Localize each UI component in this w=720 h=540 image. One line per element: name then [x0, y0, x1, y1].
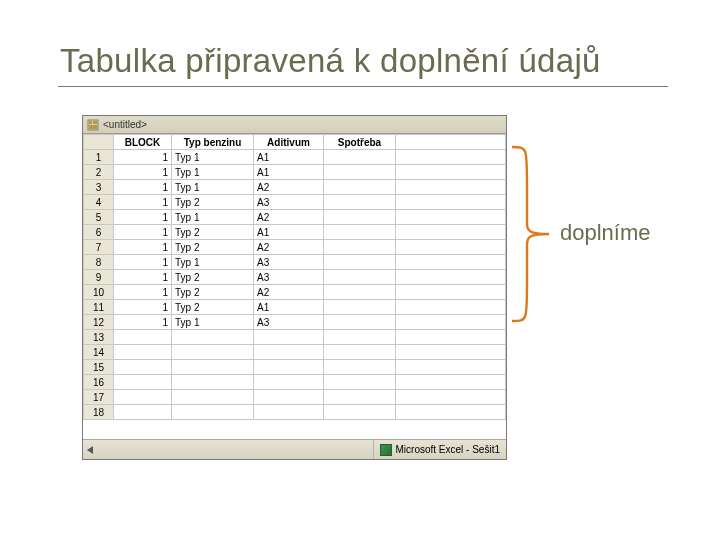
cell-aditivum[interactable]: A1	[254, 150, 324, 165]
cell-spotreba[interactable]	[324, 180, 396, 195]
cell-empty[interactable]	[396, 315, 506, 330]
cell-empty[interactable]	[396, 225, 506, 240]
row-header[interactable]: 4	[84, 195, 114, 210]
cell-typ-benzinu[interactable]	[172, 330, 254, 345]
cell-empty[interactable]	[396, 270, 506, 285]
cell-typ-benzinu[interactable]	[172, 375, 254, 390]
cell-block[interactable]: 1	[114, 225, 172, 240]
cell-aditivum[interactable]: A3	[254, 255, 324, 270]
cell-spotreba[interactable]	[324, 255, 396, 270]
cell-typ-benzinu[interactable]	[172, 345, 254, 360]
col-header-aditivum[interactable]: Aditivum	[254, 135, 324, 150]
cell-typ-benzinu[interactable]: Typ 1	[172, 255, 254, 270]
cell-block[interactable]: 1	[114, 270, 172, 285]
cell-empty[interactable]	[396, 405, 506, 420]
cell-block[interactable]: 1	[114, 210, 172, 225]
cell-empty[interactable]	[396, 240, 506, 255]
cell-typ-benzinu[interactable]: Typ 1	[172, 210, 254, 225]
cell-typ-benzinu[interactable]: Typ 1	[172, 180, 254, 195]
cell-empty[interactable]	[396, 390, 506, 405]
cell-typ-benzinu[interactable]: Typ 1	[172, 165, 254, 180]
cell-spotreba[interactable]	[324, 330, 396, 345]
cell-typ-benzinu[interactable]: Typ 2	[172, 270, 254, 285]
cell-spotreba[interactable]	[324, 315, 396, 330]
cell-aditivum[interactable]: A3	[254, 195, 324, 210]
cell-aditivum[interactable]	[254, 345, 324, 360]
col-header-typ-benzinu[interactable]: Typ benzinu	[172, 135, 254, 150]
cell-block[interactable]: 1	[114, 285, 172, 300]
cell-aditivum[interactable]	[254, 375, 324, 390]
cell-spotreba[interactable]	[324, 270, 396, 285]
row-header[interactable]: 13	[84, 330, 114, 345]
cell-spotreba[interactable]	[324, 285, 396, 300]
cell-block[interactable]: 1	[114, 195, 172, 210]
cell-empty[interactable]	[396, 345, 506, 360]
cell-spotreba[interactable]	[324, 150, 396, 165]
cell-block[interactable]: 1	[114, 300, 172, 315]
cell-spotreba[interactable]	[324, 240, 396, 255]
cell-empty[interactable]	[396, 180, 506, 195]
cell-typ-benzinu[interactable]: Typ 2	[172, 195, 254, 210]
cell-block[interactable]	[114, 360, 172, 375]
cell-empty[interactable]	[396, 210, 506, 225]
cell-block[interactable]: 1	[114, 165, 172, 180]
row-header[interactable]: 2	[84, 165, 114, 180]
cell-aditivum[interactable]: A2	[254, 285, 324, 300]
spreadsheet-grid[interactable]: BLOCK Typ benzinu Aditivum Spotřeba 11Ty…	[83, 134, 506, 439]
cell-aditivum[interactable]: A3	[254, 315, 324, 330]
cell-aditivum[interactable]: A2	[254, 210, 324, 225]
row-header[interactable]: 7	[84, 240, 114, 255]
cell-spotreba[interactable]	[324, 195, 396, 210]
cell-spotreba[interactable]	[324, 390, 396, 405]
row-header[interactable]: 5	[84, 210, 114, 225]
cell-block[interactable]: 1	[114, 180, 172, 195]
row-header[interactable]: 1	[84, 150, 114, 165]
cell-empty[interactable]	[396, 195, 506, 210]
cell-aditivum[interactable]	[254, 360, 324, 375]
cell-empty[interactable]	[396, 165, 506, 180]
cell-block[interactable]	[114, 390, 172, 405]
cell-spotreba[interactable]	[324, 360, 396, 375]
cell-empty[interactable]	[396, 150, 506, 165]
cell-aditivum[interactable]: A1	[254, 165, 324, 180]
cell-aditivum[interactable]	[254, 390, 324, 405]
row-header[interactable]: 8	[84, 255, 114, 270]
cell-aditivum[interactable]: A3	[254, 270, 324, 285]
row-header[interactable]: 10	[84, 285, 114, 300]
cell-aditivum[interactable]	[254, 330, 324, 345]
cell-empty[interactable]	[396, 375, 506, 390]
row-header[interactable]: 12	[84, 315, 114, 330]
col-header-block[interactable]: BLOCK	[114, 135, 172, 150]
cell-block[interactable]: 1	[114, 315, 172, 330]
cell-spotreba[interactable]	[324, 165, 396, 180]
row-header[interactable]: 15	[84, 360, 114, 375]
row-header[interactable]: 9	[84, 270, 114, 285]
cell-block[interactable]	[114, 330, 172, 345]
cell-spotreba[interactable]	[324, 375, 396, 390]
cell-empty[interactable]	[396, 255, 506, 270]
cell-aditivum[interactable]: A1	[254, 225, 324, 240]
cell-spotreba[interactable]	[324, 405, 396, 420]
row-header[interactable]: 18	[84, 405, 114, 420]
corner-cell[interactable]	[84, 135, 114, 150]
cell-empty[interactable]	[396, 330, 506, 345]
row-header[interactable]: 16	[84, 375, 114, 390]
row-header[interactable]: 11	[84, 300, 114, 315]
cell-block[interactable]	[114, 345, 172, 360]
cell-spotreba[interactable]	[324, 345, 396, 360]
cell-empty[interactable]	[396, 360, 506, 375]
col-header-spotreba[interactable]: Spotřeba	[324, 135, 396, 150]
cell-typ-benzinu[interactable]: Typ 1	[172, 150, 254, 165]
cell-typ-benzinu[interactable]	[172, 405, 254, 420]
cell-aditivum[interactable]: A2	[254, 180, 324, 195]
cell-spotreba[interactable]	[324, 225, 396, 240]
statusbar-excel-label[interactable]: Microsoft Excel - Sešit1	[374, 440, 506, 459]
cell-empty[interactable]	[396, 300, 506, 315]
cell-block[interactable]: 1	[114, 240, 172, 255]
row-header[interactable]: 3	[84, 180, 114, 195]
cell-block[interactable]: 1	[114, 150, 172, 165]
row-header[interactable]: 17	[84, 390, 114, 405]
cell-aditivum[interactable]	[254, 405, 324, 420]
cell-typ-benzinu[interactable]	[172, 360, 254, 375]
cell-typ-benzinu[interactable]: Typ 2	[172, 240, 254, 255]
